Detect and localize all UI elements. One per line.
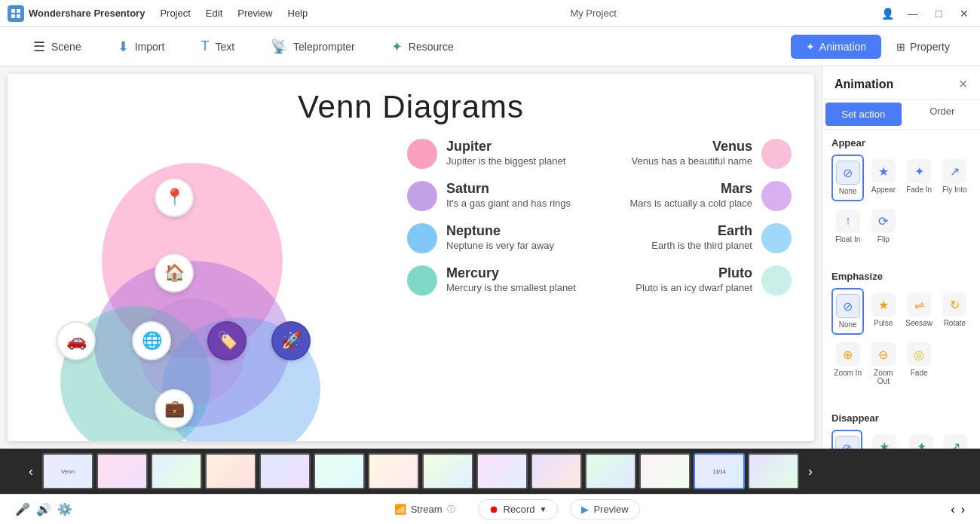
- close-button[interactable]: ✕: [956, 5, 972, 22]
- property-tab-button[interactable]: ⊞ Property: [881, 35, 965, 59]
- briefcase-icon-circle: 💼: [155, 389, 194, 428]
- nav-next-icon[interactable]: ›: [961, 503, 965, 516]
- nav-help[interactable]: Help: [288, 8, 308, 19]
- emphasize-zoomin[interactable]: ⊕ Zoom In: [831, 338, 864, 390]
- disappear-none-icon: ⊘: [835, 436, 859, 449]
- car-icon-circle: 🚗: [57, 321, 96, 360]
- emphasize-zoomin-icon: ⊕: [836, 342, 860, 366]
- avatar-icon[interactable]: 👤: [879, 5, 896, 22]
- earth-name: Earth: [607, 223, 752, 239]
- slide-thumb-1[interactable]: Venn: [42, 453, 93, 489]
- project-title: My Project: [323, 8, 864, 19]
- emphasize-grid: ⊘ None ★ Pulse ⇌ Seesaw ↻ Rotate ⊕ Zoo: [831, 288, 971, 390]
- record-button[interactable]: ⏺ Record ▼: [478, 499, 559, 519]
- appear-appear[interactable]: ★ Appear: [867, 155, 899, 201]
- appear-floatin[interactable]: ↑ Float In: [831, 204, 864, 248]
- set-action-tab[interactable]: Set action: [825, 103, 902, 126]
- pluto-name: Pluto: [607, 265, 752, 281]
- speaker-icon[interactable]: 🔊: [36, 502, 51, 516]
- disappear-disappear[interactable]: ★ Disappear: [865, 430, 903, 449]
- filmstrip-next[interactable]: ›: [802, 464, 819, 480]
- nav-project[interactable]: Project: [160, 8, 190, 19]
- import-button[interactable]: ⬇ Import: [100, 32, 183, 61]
- nav-preview[interactable]: Preview: [237, 8, 272, 19]
- venus-name: Venus: [607, 139, 752, 155]
- import-icon: ⬇: [118, 38, 129, 55]
- resource-button[interactable]: ✦ Resource: [373, 32, 472, 61]
- disappear-fadeout-icon: ✦: [909, 434, 933, 449]
- slide-thumb-4[interactable]: [205, 453, 256, 489]
- slide-canvas[interactable]: Venn Diagrams: [8, 74, 814, 441]
- main-toolbar: ☰ Scene ⬇ Import T Text 📡 Teleprompter ✦…: [0, 27, 980, 66]
- appear-fadein[interactable]: ✦ Fade In: [903, 155, 936, 201]
- nav-prev-icon[interactable]: ‹: [951, 503, 954, 516]
- slide-thumb-2[interactable]: [96, 453, 148, 489]
- mars-desc: Mars is actually a cold place: [607, 197, 752, 210]
- panel-close-button[interactable]: ✕: [958, 77, 968, 91]
- emphasize-seesaw[interactable]: ⇌ Seesaw: [903, 288, 936, 335]
- slide-thumb-7[interactable]: [368, 453, 419, 489]
- saturn-dot: [407, 181, 437, 211]
- filmstrip-prev[interactable]: ‹: [23, 464, 39, 480]
- jupiter-text: Jupiter Jupiter is the biggest planet: [446, 139, 592, 168]
- slide-thumb-6[interactable]: [314, 453, 365, 489]
- emphasize-section: Emphasize ⊘ None ★ Pulse ⇌ Seesaw ↻ Rota…: [822, 263, 980, 405]
- animation-tab-button[interactable]: ✦ Animation: [791, 35, 881, 59]
- import-label: Import: [135, 41, 165, 53]
- slide-thumb-13[interactable]: 13/14: [694, 453, 745, 489]
- app-name: Wondershare Presentory: [29, 8, 145, 19]
- scene-button[interactable]: ☰ Scene: [15, 32, 100, 61]
- appear-flip[interactable]: ⟳ Flip: [867, 204, 899, 248]
- stream-button[interactable]: 📶 Stream ⓘ: [384, 499, 466, 519]
- emphasize-pulse[interactable]: ★ Pulse: [867, 288, 899, 335]
- saturn-text: Saturn It's a gas giant and has rings: [446, 181, 592, 210]
- teleprompter-button[interactable]: 📡 Teleprompter: [253, 32, 373, 61]
- globe-icon-circle: 🌐: [132, 321, 171, 360]
- appear-flyinto[interactable]: ↗ Fly Into: [939, 155, 971, 201]
- svg-rect-0: [11, 9, 15, 13]
- order-tab[interactable]: Order: [905, 100, 981, 129]
- appear-none[interactable]: ⊘ None: [831, 155, 864, 201]
- earth-dot: [761, 223, 792, 253]
- slide-thumb-11[interactable]: [585, 453, 636, 489]
- planet-pluto: Pluto Pluto is an icy dwarf planet: [599, 259, 799, 302]
- maximize-button[interactable]: □: [930, 5, 947, 22]
- emphasize-none-label: None: [839, 320, 857, 329]
- minimize-button[interactable]: —: [905, 5, 921, 22]
- jupiter-name: Jupiter: [446, 139, 592, 155]
- slide-thumb-14[interactable]: [748, 453, 799, 489]
- top-right-icons: 👤 — □ ✕: [879, 5, 972, 22]
- mercury-text: Mercury Mercury is the smallest planet: [446, 265, 592, 295]
- emphasize-rotate[interactable]: ↻ Rotate: [939, 288, 971, 335]
- emphasize-zoomout[interactable]: ⊖ Zoom Out: [867, 338, 899, 390]
- disappear-flyout[interactable]: ↗ Fly Out: [940, 430, 971, 449]
- appear-none-icon: ⊘: [836, 161, 860, 185]
- slide-title: Venn Diagrams: [8, 74, 814, 125]
- pluto-desc: Pluto is an icy dwarf planet: [607, 281, 752, 295]
- animation-icon: ✦: [806, 41, 815, 53]
- preview-button[interactable]: ▶ Preview: [570, 499, 639, 519]
- mic-icon[interactable]: 🎤: [15, 502, 30, 516]
- slide-thumb-5[interactable]: [259, 453, 311, 489]
- stream-info-icon: ⓘ: [447, 504, 455, 515]
- bottom-bar: 🎤 🔊 ⚙️ 📶 Stream ⓘ ⏺ Record ▼ ▶ Preview ‹…: [0, 494, 980, 524]
- diagram-area: 📍 🏠 🚗 🌐 🏷️ 🚀 💼 🗺️: [8, 125, 384, 432]
- disappear-fadeout[interactable]: ✦ Fade Out: [906, 430, 937, 449]
- slide-thumb-12[interactable]: [639, 453, 691, 489]
- mars-name: Mars: [607, 181, 752, 197]
- slide-thumb-10[interactable]: [531, 453, 582, 489]
- disappear-none[interactable]: ⊘ None: [831, 430, 862, 449]
- slide-thumb-3[interactable]: [151, 453, 202, 489]
- settings-icon[interactable]: ⚙️: [57, 502, 72, 516]
- resource-icon: ✦: [391, 38, 403, 55]
- planets-area: Jupiter Jupiter is the biggest planet Ve…: [384, 125, 814, 432]
- house-icon-circle: 🏠: [155, 253, 194, 293]
- appear-section: Appear ⊘ None ★ Appear ✦ Fade In ↗ Fly I…: [822, 130, 980, 263]
- emphasize-none[interactable]: ⊘ None: [831, 288, 864, 335]
- emphasize-fade[interactable]: ◎ Fade: [903, 338, 936, 390]
- slide-thumb-9[interactable]: [476, 453, 528, 489]
- slide-thumb-8[interactable]: [422, 453, 473, 489]
- planet-earth: Earth Earth is the third planet: [599, 217, 799, 259]
- text-button[interactable]: T Text: [182, 32, 253, 60]
- nav-edit[interactable]: Edit: [206, 8, 222, 19]
